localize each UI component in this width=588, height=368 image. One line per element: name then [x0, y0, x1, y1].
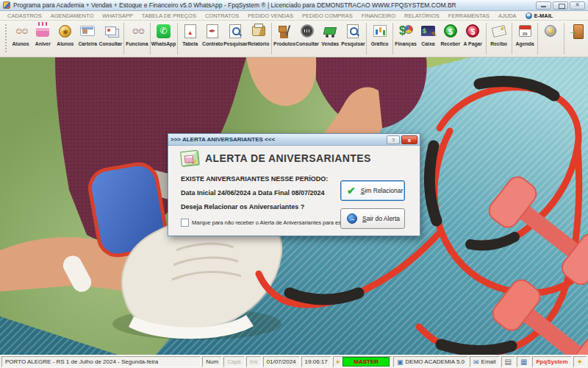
dialog-titlebar[interactable]: >>> ALERTA ANIVERSARIANTES <<< ? x [168, 134, 420, 146]
time-text: 19:06:17 [305, 358, 328, 365]
restore-button[interactable] [553, 1, 568, 10]
minimize-button[interactable] [536, 1, 551, 10]
toolbar: Alunos Aniver Alunos Carteira Consultar … [0, 21, 588, 57]
toolbar-button-grafico[interactable]: Gráfico [368, 21, 390, 57]
network-icon [520, 358, 527, 366]
menu-ferramentas[interactable]: FERRAMENTAS [444, 13, 494, 19]
suppress-alert-checkbox[interactable] [181, 219, 189, 227]
statusbar-printer-button[interactable] [501, 356, 515, 367]
toolbar-button-receber[interactable]: Receber [440, 21, 462, 57]
toolbar-separator [150, 23, 151, 54]
toolbar-button-alunos[interactable]: Alunos [10, 21, 32, 57]
statusbar-num: Num [202, 356, 222, 367]
search-docs-icon [347, 24, 359, 38]
consult-cards-icon [105, 26, 116, 35]
window-titlebar[interactable]: Programa para Academia + Vendas + Estoqu… [0, 0, 588, 11]
menu-relatorios[interactable]: RELATÓRIOS [400, 13, 444, 19]
toolbar-button-contrato[interactable]: Contrato [201, 21, 223, 57]
toolbar-label: WhatsApp [151, 41, 176, 46]
num-indicator: Num [206, 358, 218, 365]
close-button[interactable] [570, 1, 585, 10]
statusbar-system-name: DEMO ACADEMIA 5.0 [393, 356, 468, 367]
toolbar-button-aniver[interactable]: Aniver [32, 21, 54, 57]
receipt-icon [491, 25, 506, 38]
menu-whatsapp[interactable]: WHATSAPP [98, 13, 137, 19]
toolbar-separator [366, 23, 367, 54]
toolbar-button-pesquisar-contrato[interactable]: Pesquisar [223, 21, 247, 57]
menu-email[interactable]: E-MAIL [521, 13, 558, 19]
window-title: Programa para Academia + Vendas + Estoqu… [13, 1, 533, 9]
finance-money-icon [398, 24, 413, 38]
status-bar: PORTO ALEGRE - RS 1 de Julho de 2024 - S… [0, 355, 588, 368]
toolbar-label: Pesquisar [223, 41, 248, 46]
yes-list-button[interactable]: Sim Relacionar [340, 180, 405, 201]
email-icon [473, 358, 479, 366]
calendar-icon: 29 [519, 25, 531, 37]
menu-contratos[interactable]: CONTRATOS [201, 13, 243, 19]
menu-cadastros[interactable]: CADASTROS [3, 13, 46, 19]
menu-financeiro[interactable]: FINANCEIRO [357, 13, 400, 19]
toolbar-label: A Pagar [464, 41, 482, 46]
shopping-cart-icon [323, 24, 337, 38]
products-dolly-icon [278, 24, 291, 38]
toolbar-label: Alunos [57, 41, 74, 46]
report-box-icon [252, 26, 265, 36]
students-icon [12, 23, 29, 39]
toolbar-button-consultar-produto[interactable]: Consultar [295, 21, 319, 57]
dialog-heading: ALERTA DE ANIVERSARIANTES [205, 152, 371, 164]
statusbar-email-button[interactable]: Email [470, 356, 500, 367]
toolbar-button-whatsapp[interactable]: WhatsApp [152, 21, 176, 57]
toolbar-separator [123, 23, 124, 54]
toolbar-button-a-pagar[interactable]: A Pagar [462, 21, 484, 57]
toolbar-button-moeda[interactable] [539, 21, 562, 57]
toolbar-button-agenda[interactable]: 29 Agenda [514, 21, 536, 57]
menu-pedido-vendas[interactable]: PEDIDO VENDAS [243, 13, 298, 19]
brand-text: FpqSystem [536, 358, 567, 365]
caps-indicator: Caps [227, 358, 241, 365]
toolbar-label: Vendas [321, 41, 339, 46]
toolbar-button-produtos[interactable]: Produtos [273, 21, 295, 57]
toolbar-button-funcionarios[interactable]: Funciona [126, 21, 148, 57]
menu-ajuda[interactable]: AJUDA [494, 13, 521, 19]
menu-pedido-compras[interactable]: PEDIDO COMPRAS [298, 13, 357, 19]
suppress-alert-label: Marque para não receber o Alerta de Aniv… [192, 219, 356, 226]
toolbar-label: Recibo [490, 41, 507, 46]
email-label: Email [481, 358, 496, 365]
dialog-help-button[interactable]: ? [387, 135, 400, 144]
toolbar-button-consultar-carteira[interactable]: Consultar [99, 21, 123, 57]
contract-pen-icon [207, 24, 218, 38]
toolbar-button-tabela[interactable]: Tabela [179, 21, 201, 57]
toolbar-button-caixa[interactable]: Caixa [417, 21, 439, 57]
toolbar-button-pesquisar-venda[interactable]: Pesquisar [341, 21, 365, 57]
toolbar-button-relatorio[interactable]: Relatório [247, 21, 269, 57]
birthday-card-icon [180, 150, 199, 166]
toolbar-label: Relatório [248, 41, 269, 46]
toolbar-button-sair[interactable] [566, 21, 588, 57]
toolbar-drag-handle[interactable] [4, 24, 8, 54]
search-docs-icon [229, 24, 241, 38]
toolbar-label: Consultar [295, 41, 319, 46]
pay-dollar-icon [466, 24, 479, 38]
id-card-icon [80, 26, 95, 36]
exit-alert-button[interactable]: Sair do Alerta [340, 208, 405, 229]
toolbar-separator [486, 23, 487, 54]
dialog-close-button[interactable]: x [401, 135, 417, 144]
toolbar-button-carteira[interactable]: Carteira [76, 21, 98, 57]
app-icon [3, 1, 10, 9]
menu-tabela-de-precos[interactable]: TABELA DE PREÇOS [137, 13, 201, 19]
monitor-icon [397, 358, 404, 366]
toolbar-separator [177, 23, 178, 54]
toolbar-label: Carteira [78, 41, 97, 46]
toolbar-label: Caixa [421, 41, 434, 46]
menu-agendamento[interactable]: AGENDAMENTO [46, 13, 98, 19]
statusbar-network-button[interactable] [517, 356, 531, 367]
yes-list-label: Sim Relacionar [361, 187, 404, 194]
toolbar-button-vendas[interactable]: Vendas [319, 21, 341, 57]
birthday-cake-icon [36, 26, 49, 37]
toolbar-button-financas[interactable]: Finanças [395, 21, 417, 57]
key-icon [335, 358, 341, 366]
toolbar-button-alunos-coin[interactable]: Alunos [54, 21, 76, 57]
fpq-logo-icon [577, 358, 583, 366]
whatsapp-icon [157, 24, 171, 38]
toolbar-button-recibo[interactable]: Recibo [487, 21, 509, 57]
